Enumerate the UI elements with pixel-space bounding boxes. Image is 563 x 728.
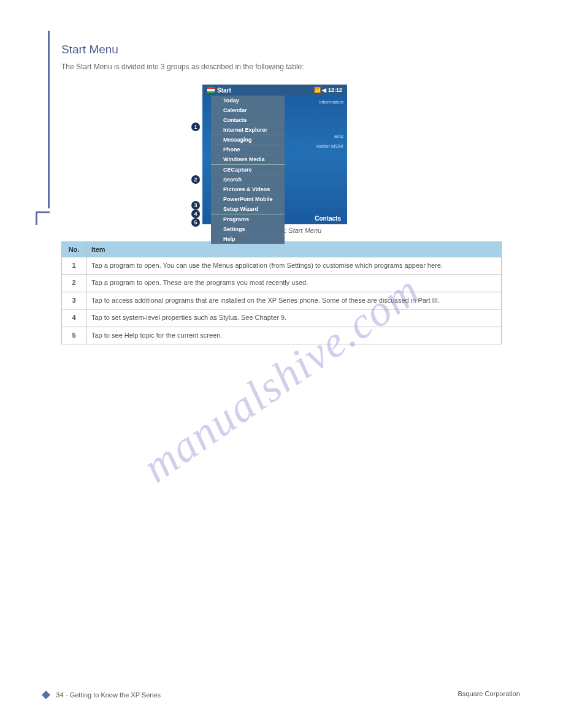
cell-item: Tap a program to open. These are the pro…	[86, 275, 502, 292]
table-row: 1Tap a program to open. You can use the …	[62, 257, 502, 275]
menu-item: PowerPoint Mobile	[211, 194, 285, 204]
menu-item: Help	[211, 234, 285, 244]
menu-item: CECapture	[211, 165, 285, 175]
table-row: 2Tap a program to open. These are the pr…	[62, 275, 502, 292]
bg-text: rocket MSN!	[316, 143, 343, 149]
callout-2: 2	[191, 175, 200, 184]
page-footer: 34 - Getting to Know the XP Series Bsqua…	[43, 690, 520, 699]
header-accent-vertical	[48, 31, 50, 208]
cell-item: Tap to see Help topic for the current sc…	[86, 327, 502, 344]
callout-3: 3	[191, 201, 200, 210]
table-row: 3Tap to access additional programs that …	[62, 292, 502, 309]
footer-chapter-text: - Getting to Know the XP Series	[66, 691, 161, 699]
cell-no: 3	[62, 292, 86, 309]
menu-item: Setup Wizard	[211, 204, 285, 214]
cell-no: 1	[62, 257, 86, 275]
bottom-softkey: Contacts	[315, 215, 341, 222]
table-row: 4Tap to set system-level properties such…	[62, 309, 502, 327]
callout-table: No. Item 1Tap a program to open. You can…	[61, 241, 502, 344]
header-accent-stub	[36, 211, 37, 225]
menu-item: Phone	[211, 145, 285, 154]
menu-item: Today	[211, 96, 285, 105]
start-menu-column: Today Calendar Contacts Internet Explore…	[211, 96, 285, 244]
callout-5: 5	[191, 218, 200, 227]
footer-brand: Bsquare Corporation	[458, 690, 520, 697]
bg-text: ents	[334, 134, 343, 139]
menu-item: Messaging	[211, 135, 285, 145]
callout-1: 1	[191, 123, 200, 131]
topbar-title: Start	[217, 87, 231, 94]
cell-no: 2	[62, 275, 86, 292]
device-topbar: Start 📶 ◀ 12:12	[202, 85, 347, 96]
bg-text: information	[319, 99, 343, 105]
footer-page-number: 34	[56, 691, 63, 699]
menu-item: Internet Explorer	[211, 125, 285, 135]
cell-item: Tap to set system-level properties such …	[86, 309, 502, 327]
menu-item: Settings	[211, 224, 285, 234]
callout-4: 4	[191, 210, 200, 218]
menu-item: Search	[211, 175, 285, 184]
menu-item: Pictures & Videos	[211, 184, 285, 194]
device-screenshot: Start 📶 ◀ 12:12 Today Calendar Contacts …	[202, 85, 347, 224]
cell-no: 5	[62, 327, 86, 344]
cell-item: Tap to access additional programs that a…	[86, 292, 502, 309]
menu-item: Calendar	[211, 105, 285, 115]
menu-item: Programs	[211, 214, 285, 224]
figure-caption: Figure 6: Start Menu	[61, 227, 520, 234]
cell-no: 4	[62, 309, 86, 327]
footer-diamond-icon	[42, 691, 50, 699]
cell-item: Tap a program to open. You can use the M…	[86, 257, 502, 275]
section-title: Start Menu	[61, 43, 520, 56]
topbar-clock: 📶 ◀ 12:12	[314, 87, 342, 93]
menu-item: Contacts	[211, 115, 285, 125]
section-intro: The Start Menu is divided into 3 groups …	[61, 61, 503, 72]
th-no: No.	[62, 242, 86, 257]
th-item: Item	[86, 242, 502, 257]
figure-container: Start 📶 ◀ 12:12 Today Calendar Contacts …	[202, 85, 520, 224]
header-accent-horizontal	[36, 211, 50, 213]
table-row: 5Tap to see Help topic for the current s…	[62, 327, 502, 344]
menu-item: Windows Media	[211, 154, 285, 164]
windows-flag-icon	[207, 87, 215, 93]
